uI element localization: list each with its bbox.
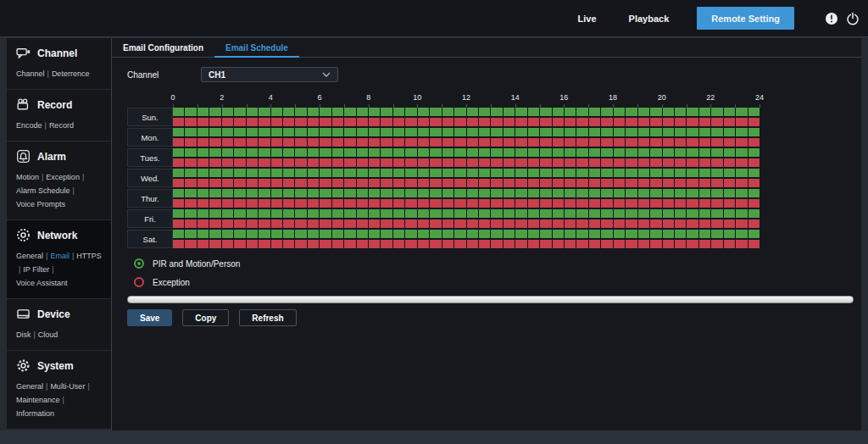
radio-selected-icon[interactable] — [134, 258, 144, 269]
schedule-cell[interactable] — [467, 209, 478, 218]
sidebar-link-exception[interactable]: Exception — [46, 170, 80, 184]
schedule-cell[interactable] — [209, 230, 220, 238]
schedule-cell[interactable] — [247, 230, 258, 238]
schedule-cell[interactable] — [699, 138, 710, 147]
schedule-cell[interactable] — [405, 230, 416, 238]
schedule-cell[interactable] — [724, 179, 735, 187]
schedule-cell[interactable] — [687, 240, 698, 248]
schedule-cell[interactable] — [405, 158, 416, 167]
schedule-cell[interactable] — [308, 158, 319, 167]
schedule-cell[interactable] — [467, 118, 478, 126]
schedule-cell[interactable] — [675, 189, 686, 197]
schedule-cell[interactable] — [283, 209, 294, 218]
schedule-cell[interactable] — [724, 128, 735, 136]
schedule-cell[interactable] — [736, 118, 747, 126]
schedule-cell[interactable] — [198, 189, 209, 197]
schedule-cell[interactable] — [504, 189, 515, 197]
schedule-cell[interactable] — [504, 138, 515, 147]
schedule-cell[interactable] — [467, 179, 478, 187]
schedule-cell[interactable] — [308, 189, 319, 197]
schedule-cell[interactable] — [320, 108, 331, 116]
schedule-cell[interactable] — [724, 240, 735, 248]
schedule-cell[interactable] — [173, 158, 184, 167]
schedule-cell[interactable] — [357, 219, 368, 228]
schedule-cell[interactable] — [393, 219, 404, 228]
schedule-cell[interactable] — [711, 118, 722, 126]
schedule-cell[interactable] — [638, 230, 649, 238]
schedule-cell[interactable] — [589, 138, 600, 147]
schedule-cell[interactable] — [650, 189, 661, 197]
schedule-cell[interactable] — [430, 199, 441, 208]
schedule-cell[interactable] — [209, 148, 220, 157]
schedule-cell[interactable] — [454, 148, 465, 157]
schedule-cell[interactable] — [736, 169, 747, 177]
schedule-cell[interactable] — [638, 148, 649, 157]
schedule-cell[interactable] — [344, 199, 355, 208]
schedule-cell[interactable] — [173, 138, 184, 147]
schedule-cell[interactable] — [491, 138, 502, 147]
schedule-cell[interactable] — [332, 179, 343, 187]
schedule-cell[interactable] — [198, 230, 209, 238]
schedule-cell[interactable] — [405, 128, 416, 136]
schedule-cell[interactable] — [699, 108, 710, 116]
schedule-cell[interactable] — [271, 199, 282, 208]
schedule-cell[interactable] — [295, 219, 306, 228]
schedule-cell[interactable] — [198, 240, 209, 248]
schedule-cell[interactable] — [283, 240, 294, 248]
schedule-cell[interactable] — [724, 199, 735, 208]
schedule-cell[interactable] — [565, 128, 576, 136]
schedule-cell[interactable] — [393, 128, 404, 136]
schedule-cell[interactable] — [528, 179, 539, 187]
schedule-cell[interactable] — [748, 148, 760, 157]
schedule-cell[interactable] — [259, 158, 270, 167]
schedule-cell[interactable] — [467, 199, 478, 208]
schedule-cell[interactable] — [565, 179, 576, 187]
schedule-cell[interactable] — [418, 179, 429, 187]
schedule-cell[interactable] — [515, 169, 526, 177]
schedule-cell[interactable] — [540, 158, 551, 167]
schedule-cell[interactable] — [320, 240, 331, 248]
schedule-cell[interactable] — [357, 128, 368, 136]
schedule-cell[interactable] — [234, 240, 245, 248]
schedule-cell[interactable] — [515, 128, 526, 136]
schedule-cell[interactable] — [430, 219, 441, 228]
alert-icon[interactable] — [825, 12, 838, 25]
schedule-cell[interactable] — [540, 240, 551, 248]
schedule-cell[interactable] — [405, 118, 416, 126]
schedule-cell[interactable] — [198, 199, 209, 208]
schedule-cell[interactable] — [663, 128, 674, 136]
schedule-cell[interactable] — [198, 179, 209, 187]
schedule-cell[interactable] — [711, 209, 722, 218]
schedule-cell[interactable] — [601, 118, 612, 126]
schedule-cell[interactable] — [259, 169, 270, 177]
schedule-cell[interactable] — [699, 179, 710, 187]
schedule-cell[interactable] — [283, 179, 294, 187]
schedule-cell[interactable] — [381, 189, 392, 197]
schedule-cell[interactable] — [357, 118, 368, 126]
schedule-cell[interactable] — [650, 240, 661, 248]
schedule-cell[interactable] — [308, 128, 319, 136]
schedule-cell[interactable] — [442, 158, 453, 167]
schedule-cell[interactable] — [491, 158, 502, 167]
schedule-cell[interactable] — [320, 138, 331, 147]
schedule-cell[interactable] — [515, 138, 526, 147]
schedule-cell[interactable] — [528, 189, 539, 197]
schedule-cell[interactable] — [663, 169, 674, 177]
schedule-cell[interactable] — [614, 219, 625, 228]
schedule-cell[interactable] — [736, 128, 747, 136]
schedule-cell[interactable] — [467, 148, 478, 157]
schedule-cell[interactable] — [626, 240, 637, 248]
schedule-cell[interactable] — [515, 118, 526, 126]
schedule-cell[interactable] — [576, 118, 587, 126]
schedule-cell[interactable] — [614, 179, 625, 187]
schedule-cell[interactable] — [234, 199, 245, 208]
schedule-cell[interactable] — [173, 169, 184, 177]
schedule-cell[interactable] — [405, 209, 416, 218]
schedule-cell[interactable] — [259, 189, 270, 197]
schedule-cell[interactable] — [748, 199, 760, 208]
schedule-cell[interactable] — [699, 148, 710, 157]
schedule-cell[interactable] — [198, 118, 209, 126]
schedule-cell[interactable] — [626, 108, 637, 116]
schedule-cell[interactable] — [565, 230, 576, 238]
schedule-cell[interactable] — [528, 148, 539, 157]
